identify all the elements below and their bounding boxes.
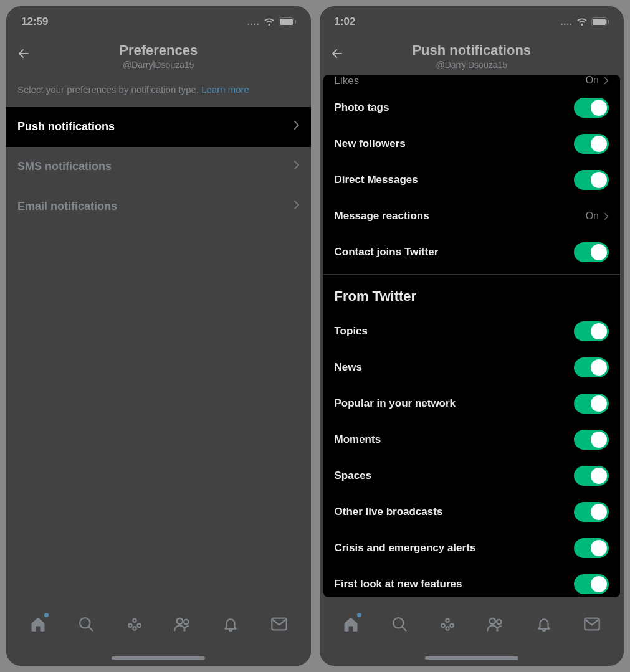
email-notifications-row[interactable]: Email notifications (6, 187, 311, 227)
back-button[interactable] (330, 46, 345, 64)
new-followers-row[interactable]: New followers (323, 126, 621, 162)
toggle-switch[interactable] (574, 321, 609, 341)
page-subtitle: @DarrylDsouza15 (6, 60, 311, 70)
status-bar: 1:02 .... (320, 6, 624, 34)
preferences-description: Select your preferences by notification … (6, 75, 311, 107)
back-button[interactable] (16, 46, 31, 64)
svg-point-8 (177, 618, 183, 624)
row-value: On (586, 211, 599, 222)
chevron-right-icon (294, 160, 300, 173)
svg-point-18 (446, 627, 449, 630)
row-label: Crisis and emergency alerts (335, 542, 476, 554)
toggle-switch[interactable] (574, 134, 609, 154)
row-label: Contact joins Twitter (335, 246, 439, 258)
home-tab[interactable] (341, 615, 360, 633)
contact-joins-row[interactable]: Contact joins Twitter (323, 234, 621, 270)
toggle-switch[interactable] (574, 430, 609, 450)
page-title: Preferences (6, 42, 311, 59)
svg-point-20 (497, 620, 501, 624)
svg-point-15 (446, 618, 449, 622)
direct-messages-row[interactable]: Direct Messages (323, 162, 621, 198)
communities-tab[interactable] (486, 615, 505, 633)
messages-tab[interactable] (270, 615, 289, 633)
clock-label: 1:02 (335, 16, 356, 28)
popular-network-row[interactable]: Popular in your network (323, 386, 621, 422)
row-label: Moments (335, 433, 381, 446)
svg-point-4 (133, 618, 136, 622)
search-tab[interactable] (390, 615, 409, 633)
cellular-dots-icon: .... (247, 17, 260, 27)
svg-point-19 (490, 618, 495, 624)
row-value: On (586, 75, 599, 86)
home-indicator (112, 656, 205, 660)
message-reactions-row[interactable]: Message reactions On (323, 198, 621, 234)
phone-left: 12:59 .... Preferences @DarrylDsouza15 S… (6, 6, 311, 666)
toggle-switch[interactable] (574, 538, 609, 558)
page-header: Push notifications @DarrylDsouza15 (320, 34, 624, 75)
communities-tab[interactable] (173, 615, 192, 633)
chevron-right-icon (604, 77, 609, 85)
chevron-right-icon (294, 120, 300, 133)
first-look-row[interactable]: First look at new features (323, 566, 621, 597)
toggle-switch[interactable] (574, 170, 609, 190)
row-label: New followers (335, 138, 406, 150)
sms-notifications-row[interactable]: SMS notifications (6, 147, 311, 187)
chevron-right-icon (294, 200, 300, 213)
row-label: Photo tags (335, 102, 389, 114)
battery-icon (591, 17, 609, 26)
home-tab[interactable] (29, 615, 47, 633)
notifications-tab[interactable] (221, 615, 240, 633)
topics-row[interactable]: Topics (323, 313, 621, 349)
svg-point-7 (133, 627, 136, 630)
tab-bar (6, 606, 311, 666)
search-tab[interactable] (77, 615, 95, 633)
row-label: Spaces (335, 470, 372, 482)
row-label: Push notifications (17, 120, 115, 133)
row-label: Email notifications (17, 200, 117, 213)
svg-point-6 (137, 624, 140, 627)
row-label: First look at new features (335, 578, 462, 590)
chevron-right-icon (604, 212, 609, 220)
notification-dot-icon (357, 613, 361, 617)
notifications-tab[interactable] (535, 615, 553, 633)
news-row[interactable]: News (323, 349, 621, 386)
page-title: Push notifications (320, 42, 624, 59)
learn-more-link[interactable]: Learn more (201, 84, 249, 95)
status-bar: 12:59 .... (6, 6, 311, 34)
svg-rect-2 (295, 20, 296, 24)
messages-tab[interactable] (583, 615, 601, 633)
svg-rect-13 (608, 20, 609, 24)
push-notifications-row[interactable]: Push notifications (6, 107, 311, 147)
toggle-switch[interactable] (574, 502, 609, 522)
row-label: Likes (335, 75, 360, 87)
cellular-dots-icon: .... (560, 17, 573, 27)
spaces-tab[interactable] (125, 615, 144, 633)
spaces-row[interactable]: Spaces (323, 458, 621, 494)
tab-bar (320, 606, 624, 666)
moments-row[interactable]: Moments (323, 422, 621, 458)
toggle-switch[interactable] (574, 574, 609, 594)
row-label: Message reactions (335, 210, 429, 222)
settings-panel: Likes On Photo tags New followers Direct… (323, 75, 621, 597)
notification-dot-icon (44, 613, 49, 617)
row-label: Topics (335, 325, 368, 338)
toggle-switch[interactable] (574, 98, 609, 118)
photo-tags-row[interactable]: Photo tags (323, 90, 621, 126)
toggle-switch[interactable] (574, 357, 609, 377)
battery-icon (279, 17, 296, 26)
row-label: Popular in your network (335, 397, 456, 410)
toggle-switch[interactable] (574, 242, 609, 262)
svg-point-5 (128, 624, 131, 627)
other-live-row[interactable]: Other live broadcasts (323, 494, 621, 530)
svg-rect-12 (593, 19, 606, 25)
row-label: Direct Messages (335, 174, 418, 186)
row-label: Other live broadcasts (335, 506, 443, 518)
row-label: News (335, 361, 362, 374)
likes-row[interactable]: Likes On (323, 75, 621, 90)
toggle-switch[interactable] (574, 394, 609, 414)
svg-point-9 (184, 620, 188, 624)
spaces-tab[interactable] (438, 615, 457, 633)
home-indicator (425, 656, 518, 660)
toggle-switch[interactable] (574, 466, 609, 486)
crisis-alerts-row[interactable]: Crisis and emergency alerts (323, 530, 621, 566)
